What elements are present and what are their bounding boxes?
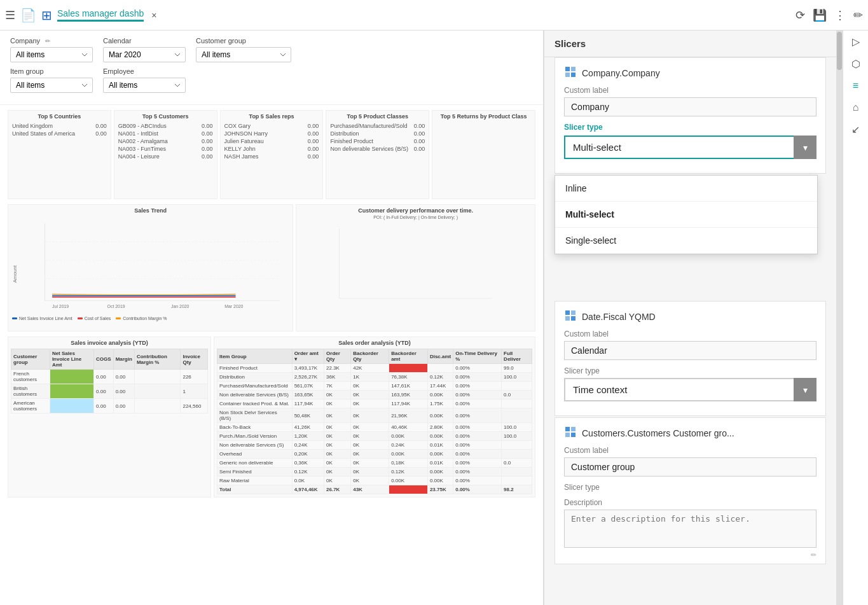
sales-order-table: Item Group Order amt ▾ Order Qty Backord… xyxy=(217,349,532,494)
table-row: Purchased/Manufactured/Sold 561,07K 7K 0… xyxy=(217,382,532,391)
col-order-amt: Order amt ▾ xyxy=(292,349,324,364)
slicers-content: Company.Company Custom label Slicer type… xyxy=(544,57,836,605)
list-item: United States of America 0.00 xyxy=(12,130,107,137)
slicer-date-custom-label-input[interactable] xyxy=(564,341,816,360)
svg-rect-18 xyxy=(571,316,575,321)
employee-select[interactable]: All items xyxy=(103,78,186,93)
cube-icon[interactable]: ⬡ xyxy=(851,58,860,70)
list-item: United Kingdom 0.00 xyxy=(12,122,107,130)
company-select[interactable]: All items xyxy=(10,47,93,62)
list-item: Distribution0.00 xyxy=(330,130,425,137)
slicer-company-type-field: Slicer type Inline Multi-select Single-s… xyxy=(564,123,816,159)
more-options-icon[interactable]: ⋮ xyxy=(834,8,846,22)
slicer-date-icon-svg xyxy=(564,309,577,322)
slicer-date-type-select[interactable]: Time context xyxy=(564,378,816,401)
slicers-scrollbar[interactable] xyxy=(836,31,843,605)
slicer-date: Date.Fiscal YQMD Custom label Slicer typ… xyxy=(555,301,826,416)
item-group-select[interactable]: All items xyxy=(10,78,93,93)
slicer-company-dropdown-wrap: Inline Multi-select Single-select ▾ xyxy=(564,136,816,159)
list-item: NA003 - FunTimes0.00 xyxy=(118,145,213,153)
top5-salesreps-title: Top 5 Sales reps xyxy=(224,113,319,120)
col-disc-amt: Disc.amt xyxy=(427,349,453,364)
table-row: Distribution 2,526,27K 36K 1K 76,38K 0.1… xyxy=(217,373,532,382)
list-item: Finished Product0.00 xyxy=(330,137,425,145)
legend-dot-contrib xyxy=(116,317,121,319)
col-otd: On-Time Delivery % xyxy=(453,349,502,364)
calendar-select[interactable]: Mar 2020 xyxy=(103,47,186,62)
slicer-company-type-select[interactable]: Inline Multi-select Single-select xyxy=(564,136,816,159)
expand-right-icon[interactable]: ▷ xyxy=(852,36,860,48)
refresh-icon[interactable]: ⟳ xyxy=(796,8,805,22)
menu-icon[interactable]: ☰ xyxy=(5,8,15,22)
employee-label: Employee xyxy=(103,67,186,75)
slicer-date-dropdown-wrap: Time context ▾ xyxy=(564,378,816,401)
list-item: JOHNSON Harry0.00 xyxy=(224,130,319,137)
slicers-scroll[interactable]: Company.Company Custom label Slicer type… xyxy=(544,57,836,576)
table-row: Container tracked Prod. & Mat. 117,94K 0… xyxy=(217,400,532,408)
delivery-subtitle: POI: ( In-Full Delivery; | On-time Deliv… xyxy=(300,215,531,219)
slicer-icon-svg xyxy=(564,66,577,78)
slicer-company-icon xyxy=(564,66,577,81)
slicer-customer-group-type-field: Slicer type xyxy=(564,483,816,492)
table-row: Non deliverable Services (S) 0,24K 0K 0K… xyxy=(217,441,532,450)
save-icon[interactable]: 💾 xyxy=(813,8,827,22)
table-row: Finished Product 3,493,17K 22.3K 42K 0.0… xyxy=(217,364,532,373)
col-net-sales: Net Sales Invoice Line Amt xyxy=(50,349,93,370)
right-panel: Slicers xyxy=(544,31,868,605)
list-item: Purchased/Manufactured/Sold0.00 xyxy=(330,122,425,130)
table-row: Non deliverable Services (B/S) 163,65K 0… xyxy=(217,391,532,400)
dropdown-option-singleselect[interactable]: Single-select xyxy=(555,228,817,254)
slicer-company-custom-label-input[interactable] xyxy=(564,97,816,116)
app-grid-icon[interactable]: ⊞ xyxy=(41,8,52,23)
svg-rect-14 xyxy=(571,73,575,77)
sales-trend-title: Sales Trend xyxy=(12,207,289,214)
filter-row-2: Item group All items Employee All items xyxy=(10,67,533,93)
item-group-label: Item group xyxy=(10,67,93,75)
slicer-customer-group-label-input[interactable] xyxy=(564,457,816,476)
add-doc-icon[interactable]: 📄 xyxy=(20,8,36,23)
scrollbar-thumb[interactable] xyxy=(837,32,842,70)
col-invoice-qty: Invoice Qty xyxy=(181,349,208,370)
top5-returns-chart: Top 5 Returns by Product Class xyxy=(432,110,535,199)
col-customer-group: Customer group xyxy=(11,349,50,370)
tab-close-button[interactable]: × xyxy=(151,10,156,20)
company-filter: Company ✏ All items xyxy=(10,37,93,62)
calendar-label: Calendar xyxy=(103,37,186,45)
home-icon[interactable]: ⌂ xyxy=(853,102,859,113)
dropdown-option-multiselect[interactable]: Multi-select xyxy=(555,202,817,228)
svg-rect-20 xyxy=(571,427,575,431)
slicer-type-dropdown-menu: Inline Multi-select Single-select xyxy=(555,175,818,254)
top5-countries-title: Top 5 Countries xyxy=(12,113,107,120)
sales-trend-chart: Sales Trend Amount xyxy=(8,204,293,331)
drill-icon[interactable]: ↙ xyxy=(851,123,860,136)
svg-rect-15 xyxy=(565,310,570,315)
col-full-delivery: Full Deliver xyxy=(502,349,532,364)
slicer-date-header: Date.Fiscal YQMD xyxy=(564,309,816,324)
delivery-title: Customer delivery performance over time. xyxy=(300,207,531,214)
list-item: KELLY John0.00 xyxy=(224,145,319,153)
col-cogs: COGS xyxy=(94,349,114,370)
dropdown-option-inline[interactable]: Inline xyxy=(555,176,817,202)
list-item: NASH James0.00 xyxy=(224,153,319,160)
svg-text:Mar 2020: Mar 2020 xyxy=(224,304,243,309)
svg-rect-19 xyxy=(565,427,570,431)
svg-text:Jan 2020: Jan 2020 xyxy=(171,304,189,309)
table-row: Back-To-Back 41,26K 0K 0K 40,46K 2.80K 0… xyxy=(217,423,532,432)
company-edit-icon[interactable]: ✏ xyxy=(45,38,50,45)
legend-dot-cost xyxy=(78,317,83,319)
desc-edit-icon[interactable]: ✏ xyxy=(811,551,816,559)
right-icons-panel: ▷ ⬡ ≡ ⌂ ↙ xyxy=(843,31,868,605)
slicer-customer-group-custom-label-field: Custom label xyxy=(564,446,816,476)
top5-customers-chart: Top 5 Customers GB009 - ABCIndus0.00 NA0… xyxy=(114,110,217,199)
top-bar-left: ☰ 📄 ⊞ Sales manager dashb × xyxy=(5,8,790,23)
customer-group-select[interactable]: All items xyxy=(196,47,291,62)
list-item: Julien Fatureau0.00 xyxy=(224,137,319,145)
table-row: Semi Finished 0.12K 0K 0K 0.12K 0.00K 0.… xyxy=(217,468,532,476)
list-item: COX Gary0.00 xyxy=(224,122,319,130)
slicer-customer-group-desc-input[interactable] xyxy=(564,510,816,548)
top-charts-row: Top 5 Countries United Kingdom 0.00 Unit… xyxy=(8,110,535,199)
filter-slicers-icon[interactable]: ≡ xyxy=(853,80,858,92)
slicer-customer-group-icon-svg xyxy=(564,426,577,438)
edit-icon[interactable]: ✏ xyxy=(853,8,863,22)
sales-invoice-table-wrap: Sales invoice analysis (YTD) Customer gr… xyxy=(8,337,211,497)
